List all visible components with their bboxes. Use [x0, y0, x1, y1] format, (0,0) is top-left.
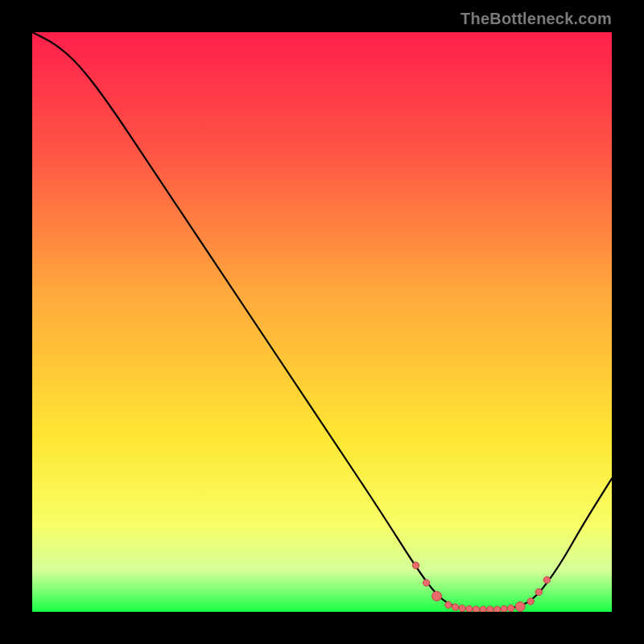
chart-container: TheBottleneck.com [0, 0, 644, 644]
plot-area [32, 32, 612, 612]
heatmap-gradient-background [32, 32, 612, 612]
watermark-text: TheBottleneck.com [460, 10, 612, 28]
svg-rect-0 [32, 32, 612, 612]
